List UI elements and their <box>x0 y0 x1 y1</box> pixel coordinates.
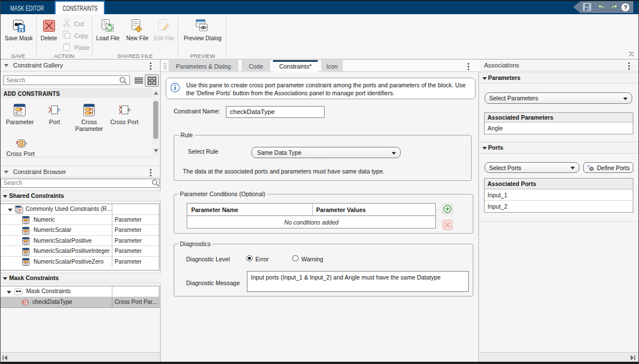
svg-text:?: ? <box>624 4 628 11</box>
